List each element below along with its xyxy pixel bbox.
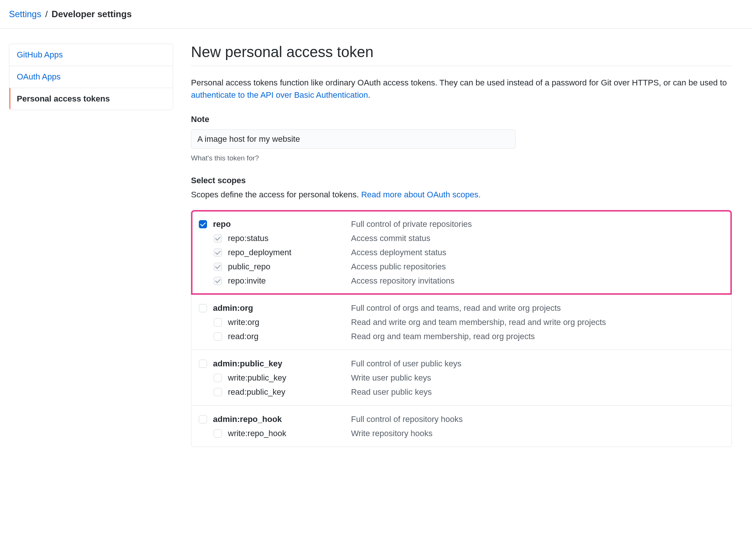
breadcrumb-current: Developer settings [51, 9, 132, 19]
scope-row-child: public_repoAccess public repositories [199, 260, 724, 274]
intro-before: Personal access tokens function like ord… [191, 78, 727, 87]
scopes-intro-before: Scopes define the access for personal to… [191, 190, 361, 199]
scope-description: Write repository hooks [351, 429, 432, 438]
scope-row-parent: admin:orgFull control of orgs and teams,… [199, 301, 724, 315]
sidebar: GitHub Apps OAuth Apps Personal access t… [9, 44, 173, 447]
intro-auth-link[interactable]: authenticate to the API over Basic Authe… [191, 90, 368, 100]
scope-label: repo:status [228, 234, 269, 243]
scope-row-child: repo:statusAccess commit status [199, 231, 724, 245]
scope-label: read:public_key [228, 387, 285, 397]
scope-label: write:org [228, 317, 259, 327]
scope-checkbox[interactable] [214, 332, 222, 341]
scope-checkbox[interactable] [214, 374, 222, 382]
scope-checkbox[interactable] [199, 220, 207, 228]
scope-label: admin:public_key [213, 359, 282, 368]
scope-description: Access deployment status [351, 248, 446, 257]
scope-description: Read org and team membership, read org p… [351, 332, 535, 341]
main-content: New personal access token Personal acces… [191, 44, 732, 447]
scope-checkbox [214, 263, 222, 271]
scopes-intro: Scopes define the access for personal to… [191, 190, 732, 200]
scopes-heading: Select scopes [191, 176, 732, 185]
scope-row-parent: repoFull control of private repositories [199, 217, 724, 231]
scope-group: admin:public_keyFull control of user pub… [191, 350, 731, 406]
scope-description: Full control of repository hooks [351, 414, 463, 424]
scope-description: Write user public keys [351, 373, 431, 383]
scope-checkbox[interactable] [199, 304, 207, 312]
scope-row-child: write:public_keyWrite user public keys [199, 371, 724, 385]
note-input[interactable] [191, 129, 516, 149]
scope-row-child: write:orgRead and write org and team mem… [199, 315, 724, 329]
scope-description: Access commit status [351, 234, 430, 243]
scope-row-child: repo:inviteAccess repository invitations [199, 274, 724, 288]
scope-row-parent: admin:repo_hookFull control of repositor… [199, 412, 724, 426]
note-label: Note [191, 115, 732, 124]
scope-description: Read user public keys [351, 387, 432, 397]
sidebar-item-github-apps[interactable]: GitHub Apps [9, 44, 173, 66]
side-nav: GitHub Apps OAuth Apps Personal access t… [9, 44, 173, 110]
scope-label: repo_deployment [228, 248, 291, 257]
page-title: New personal access token [191, 44, 732, 66]
intro-text: Personal access tokens function like ord… [191, 76, 732, 101]
scope-label: write:public_key [228, 373, 286, 382]
scope-row-child: read:orgRead org and team membership, re… [199, 329, 724, 344]
scope-row-child: repo_deploymentAccess deployment status [199, 245, 724, 260]
scope-row-child: read:public_keyRead user public keys [199, 385, 724, 399]
scope-description: Full control of private repositories [351, 219, 472, 229]
sidebar-item-oauth-apps[interactable]: OAuth Apps [9, 66, 173, 88]
scope-label: write:repo_hook [228, 429, 286, 438]
breadcrumb: Settings / Developer settings [0, 0, 752, 29]
scope-checkbox[interactable] [214, 429, 222, 438]
scope-group: admin:repo_hookFull control of repositor… [191, 406, 731, 447]
scope-checkbox[interactable] [214, 318, 222, 326]
scope-description: Full control of orgs and teams, read and… [351, 303, 561, 313]
intro-after: . [368, 90, 370, 100]
scope-description: Full control of user public keys [351, 359, 461, 369]
scope-label: admin:org [213, 303, 253, 313]
scope-label: repo:invite [228, 276, 266, 285]
scope-group: admin:orgFull control of orgs and teams,… [191, 294, 731, 350]
scope-row-parent: admin:public_keyFull control of user pub… [199, 357, 724, 371]
note-hint: What's this token for? [191, 154, 732, 162]
scope-checkbox[interactable] [214, 388, 222, 396]
scope-description: Read and write org and team membership, … [351, 317, 606, 327]
scope-label: public_repo [228, 262, 270, 271]
scope-label: repo [213, 219, 231, 229]
scope-checkbox [214, 234, 222, 243]
sidebar-item-personal-access-tokens[interactable]: Personal access tokens [9, 88, 173, 110]
scope-label: admin:repo_hook [213, 414, 282, 424]
scopes-intro-link[interactable]: Read more about OAuth scopes. [361, 190, 480, 199]
scope-row-child: write:repo_hookWrite repository hooks [199, 426, 724, 441]
scopes-box: repoFull control of private repositories… [191, 210, 732, 447]
scope-description: Access repository invitations [351, 276, 455, 286]
breadcrumb-settings-link[interactable]: Settings [9, 9, 41, 19]
scope-description: Access public repositories [351, 262, 446, 272]
scope-checkbox [214, 248, 222, 257]
scope-checkbox [214, 277, 222, 285]
scope-group: repoFull control of private repositories… [191, 210, 731, 294]
scope-checkbox[interactable] [199, 415, 207, 423]
scope-label: read:org [228, 332, 258, 341]
scope-checkbox[interactable] [199, 360, 207, 368]
breadcrumb-separator: / [45, 9, 48, 19]
